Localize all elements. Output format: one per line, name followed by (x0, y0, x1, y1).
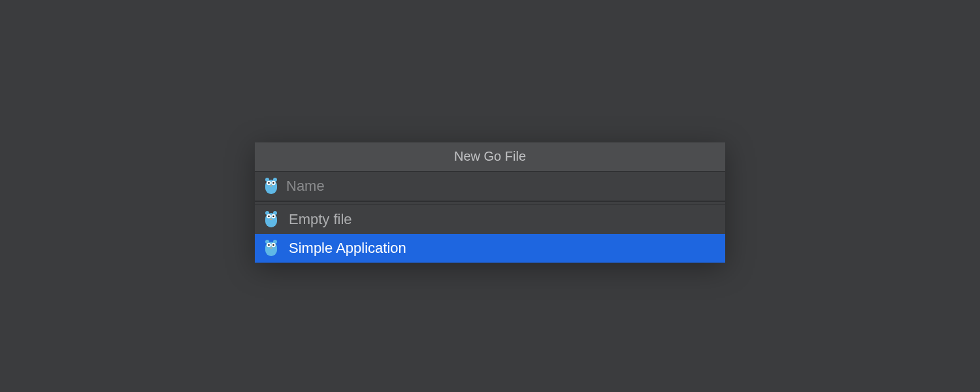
svg-point-6 (272, 182, 274, 184)
svg-point-22 (272, 244, 274, 246)
svg-rect-10 (265, 213, 277, 227)
gopher-icon (264, 177, 278, 195)
svg-point-13 (268, 216, 270, 218)
option-label: Simple Application (289, 240, 406, 257)
option-label: Empty file (289, 211, 352, 228)
svg-point-21 (268, 244, 270, 246)
dialog-title: New Go File (255, 142, 725, 172)
svg-point-23 (270, 248, 272, 249)
svg-rect-18 (265, 242, 277, 256)
new-file-dialog: New Go File (255, 142, 725, 263)
name-input-row (255, 172, 725, 201)
gopher-icon (264, 239, 278, 257)
option-simple-application[interactable]: Simple Application (255, 234, 725, 263)
svg-point-14 (272, 216, 274, 218)
name-input[interactable] (286, 178, 716, 195)
option-empty-file[interactable]: Empty file (255, 205, 725, 234)
svg-point-7 (270, 186, 272, 187)
gopher-icon (264, 210, 278, 229)
svg-point-15 (270, 219, 272, 220)
svg-point-5 (268, 182, 270, 184)
svg-rect-2 (265, 180, 277, 194)
